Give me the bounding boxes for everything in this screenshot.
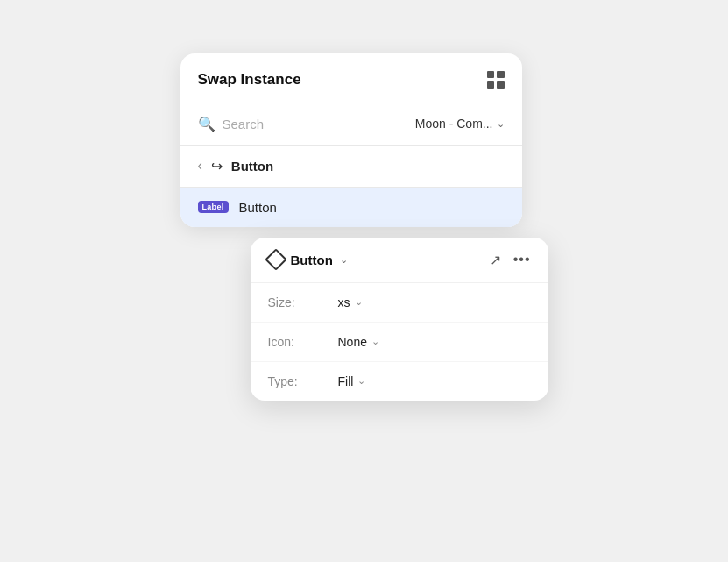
props-header: Button ⌄ ↗ ••• [251, 238, 548, 283]
props-title: Button [291, 253, 333, 267]
size-value-text: xs [338, 295, 350, 309]
type-chevron-icon: ⌄ [357, 375, 365, 387]
swap-instance-panel: Swap Instance 🔍 Search Moon - Com... ⌄ ‹… [180, 53, 522, 227]
search-row: 🔍 Search Moon - Com... ⌄ [180, 103, 522, 145]
props-actions: ↗ ••• [490, 252, 531, 268]
swap-title: Swap Instance [198, 71, 301, 89]
type-label: Type: [268, 374, 338, 388]
icon-label: Icon: [268, 335, 338, 349]
dropdown-chevron-icon: ⌄ [497, 118, 505, 130]
icon-value[interactable]: None ⌄ [338, 335, 379, 349]
type-property-row: Type: Fill ⌄ [251, 362, 548, 401]
size-value[interactable]: xs ⌄ [338, 295, 363, 309]
properties-panel: Button ⌄ ↗ ••• Size: xs ⌄ Icon: None ⌄ [251, 238, 548, 401]
dropdown-selector[interactable]: Moon - Com... ⌄ [415, 117, 505, 131]
selected-item-text: Button [239, 200, 277, 215]
type-value-text: Fill [338, 374, 354, 388]
label-badge: Label [198, 201, 229, 213]
icon-property-row: Icon: None ⌄ [251, 323, 548, 362]
back-arrow-icon[interactable]: ‹ [198, 158, 202, 174]
dropdown-label: Moon - Com... [415, 117, 493, 131]
type-value[interactable]: Fill ⌄ [338, 374, 366, 388]
size-label: Size: [268, 295, 338, 309]
swap-header: Swap Instance [180, 53, 522, 103]
link-out-icon[interactable]: ↗ [490, 252, 501, 268]
search-icon: 🔍 [198, 116, 216, 132]
search-input-area[interactable]: 🔍 Search [198, 116, 408, 132]
grid-view-icon[interactable] [487, 71, 505, 89]
icon-chevron-icon: ⌄ [371, 336, 379, 347]
diamond-icon [265, 248, 286, 270]
search-placeholder: Search [223, 117, 265, 132]
icon-value-text: None [338, 335, 367, 349]
props-title-area: Button ⌄ [268, 252, 348, 267]
nav-title: Button [231, 159, 273, 174]
nav-return-icon: ↪ [211, 158, 223, 174]
props-title-chevron-icon[interactable]: ⌄ [340, 254, 348, 266]
nav-row: ‹ ↪ Button [180, 146, 522, 187]
size-property-row: Size: xs ⌄ [251, 283, 548, 323]
selected-item-row[interactable]: Label Button [180, 188, 522, 227]
size-chevron-icon: ⌄ [355, 296, 363, 308]
more-options-icon[interactable]: ••• [513, 252, 531, 267]
